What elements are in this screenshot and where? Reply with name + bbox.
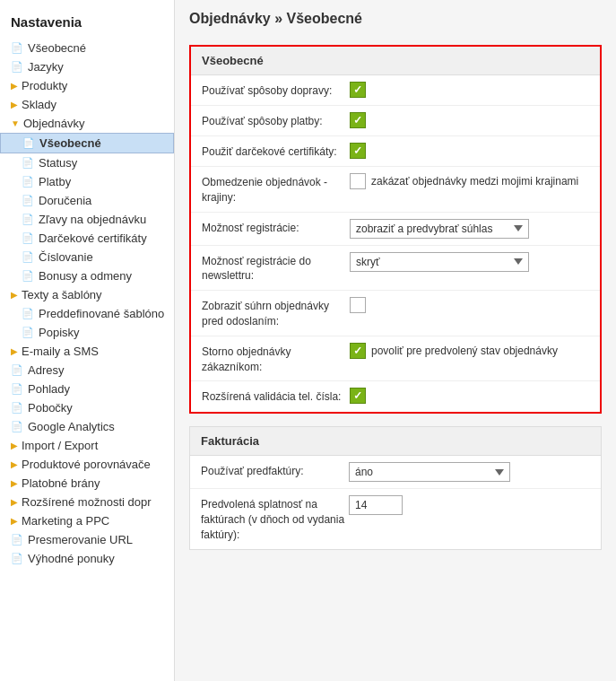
form-label-moznost-registracie-newsletter: Možnosť registrácie do newslettru: (202, 252, 350, 284)
folder-icon: ▶ (11, 516, 18, 526)
sidebar-item-sklady[interactable]: ▶Sklady (0, 95, 174, 114)
sidebar-item-vseobecne-sub[interactable]: 📄Všeobecné (0, 133, 174, 153)
sidebar-item-emaily[interactable]: ▶E-maily a SMS (0, 342, 174, 361)
checkbox-sposoby-platby[interactable] (350, 112, 366, 128)
sidebar-item-popisky[interactable]: 📄Popisky (0, 323, 174, 342)
form-row-zobrazit-suhrn: Zobraziť súhrn objednávky pred odoslaním… (191, 291, 600, 336)
folder-icon: ▶ (11, 478, 18, 488)
vseobecne-section-title: Všeobecné (191, 47, 600, 75)
form-control-rozsirena-validacia (350, 388, 589, 404)
sidebar-item-label-emaily: E-maily a SMS (22, 345, 99, 358)
sidebar-item-platobne[interactable]: ▶Platobné brány (0, 474, 174, 493)
sidebar-item-label-sklady: Sklady (22, 98, 56, 111)
file-icon: 📄 (22, 157, 34, 169)
sidebar-item-statusy[interactable]: 📄Statusy (0, 153, 174, 172)
form-control-moznost-registracie: zobraziť a predvybrať súhlas (350, 219, 589, 239)
sidebar-item-produktove[interactable]: ▶Produktové porovnávače (0, 455, 174, 474)
sidebar-item-jazyky[interactable]: 📄Jazyky (0, 57, 174, 76)
sidebar-item-platby[interactable]: 📄Platby (0, 172, 174, 191)
sidebar-item-darkekove[interactable]: 📄Darčekové certifikáty (0, 229, 174, 248)
file-icon: 📄 (22, 214, 34, 225)
file-icon: 📄 (22, 327, 34, 338)
form-control-storno-objednavky: povoliť pre predvolený stav objednávky (350, 343, 589, 359)
form-label-darkekove-certifikaty: Použiť darčekové certifikáty: (202, 143, 350, 160)
sidebar-item-label-texty: Texty a šablóny (22, 288, 102, 301)
form-label-predvolena-splatnost: Predvolená splatnosť na faktúrach (v dňo… (201, 495, 349, 542)
sidebar-item-pobocky[interactable]: 📄Pobočky (0, 398, 174, 417)
sidebar-item-label-cislovanie: Číslovanie (39, 250, 93, 264)
file-icon: 📄 (22, 232, 34, 244)
form-control-zobrazit-suhrn (350, 297, 589, 313)
file-icon: 📄 (11, 402, 23, 414)
sidebar-item-pohlady[interactable]: 📄Pohlady (0, 380, 174, 398)
sidebar-item-marketing[interactable]: ▶Marketing a PPC (0, 511, 174, 530)
sidebar-item-bonusy[interactable]: 📄Bonusy a odmeny (0, 266, 174, 285)
sidebar-item-label-preddefinovane: Preddefinované šablóno (39, 307, 164, 320)
file-icon: 📄 (22, 270, 34, 282)
select-predaktury[interactable]: áno (349, 462, 510, 482)
sidebar-item-label-dorucenia: Doručenia (39, 194, 91, 207)
checkbox-rozsirena-validacia[interactable] (350, 388, 366, 404)
sidebar-item-objednavky[interactable]: ▼Objednávky (0, 114, 174, 133)
checkbox-obmedzenie-krajiny[interactable] (350, 173, 366, 189)
sidebar-item-google-analytics[interactable]: 📄Google Analytics (0, 417, 174, 436)
form-control-moznost-registracie-newsletter: skryť (350, 252, 589, 272)
sidebar-item-label-adresy: Adresy (28, 363, 64, 377)
file-icon: 📄 (22, 308, 34, 319)
sidebar-item-label-jazyky: Jazyky (28, 60, 64, 74)
sidebar-item-texty[interactable]: ▶Texty a šablóny (0, 285, 174, 304)
form-label-zobrazit-suhrn: Zobraziť súhrn objednávky pred odoslaním… (202, 297, 350, 329)
input-predvolena-splatnost[interactable] (349, 495, 403, 515)
sidebar-item-preddefinovane[interactable]: 📄Preddefinované šablóno (0, 304, 174, 323)
sidebar-item-import-export[interactable]: ▶Import / Export (0, 436, 174, 455)
form-control-predvolena-splatnost (349, 495, 590, 515)
sidebar-item-label-produkty: Produkty (22, 79, 67, 92)
form-row-obmedzenie-krajiny: Obmedzenie objednávok - krajiny:zakázať … (191, 167, 600, 213)
file-icon: 📄 (11, 534, 23, 546)
sidebar-item-label-marketing: Marketing a PPC (22, 514, 109, 528)
vseobecne-section: Všeobecné Používať spôsoby dopravy:Použí… (189, 45, 602, 414)
form-row-moznost-registracie-newsletter: Možnosť registrácie do newslettru:skryť (191, 246, 600, 292)
sidebar-item-cislovanie[interactable]: 📄Číslovanie (0, 248, 174, 266)
form-control-sposoby-dopravy (350, 82, 589, 98)
sidebar-title: Nastavenia (0, 7, 174, 39)
sidebar-item-label-vseobecne-sub: Všeobecné (39, 136, 101, 150)
sidebar-item-label-darkekove: Darčekové certifikáty (39, 231, 147, 245)
sidebar-item-produkty[interactable]: ▶Produkty (0, 76, 174, 95)
sidebar-item-presmerovanie[interactable]: 📄Presmerovanie URL (0, 530, 174, 549)
sidebar-item-label-popisky: Popisky (39, 326, 80, 339)
file-icon: 📄 (11, 421, 23, 432)
sidebar-item-zlavy[interactable]: 📄Zľavy na objednávku (0, 210, 174, 229)
sidebar-item-rozsirene[interactable]: ▶Rozšírené možnosti dopr (0, 493, 174, 511)
form-label-sposoby-platby: Používať spôsoby platby: (202, 112, 350, 129)
fakturacia-section: Fakturácia Používať predfaktúry:ánoPredv… (189, 426, 602, 549)
form-row-predaktury: Používať predfaktúry:áno (190, 456, 601, 489)
sidebar-item-label-statusy: Statusy (39, 156, 77, 170)
sidebar-item-label-platobne: Platobné brány (22, 476, 100, 490)
sidebar-item-vyhodne[interactable]: 📄Výhodné ponuky (0, 549, 174, 568)
folder-icon: ▶ (11, 459, 18, 469)
sidebar-item-label-platby: Platby (39, 175, 71, 188)
select-moznost-registracie[interactable]: zobraziť a predvybrať súhlas (350, 219, 529, 239)
checkbox-sposoby-dopravy[interactable] (350, 82, 366, 98)
sidebar-item-dorucenia[interactable]: 📄Doručenia (0, 191, 174, 210)
folder-icon: ▶ (11, 497, 18, 507)
checkbox-darkekove-certifikaty[interactable] (350, 143, 366, 159)
form-label-predaktury: Používať predfaktúry: (201, 462, 349, 479)
sidebar-item-label-pohlady: Pohlady (28, 382, 70, 396)
sidebar-item-label-presmerovanie: Presmerovanie URL (28, 533, 133, 546)
file-icon: 📄 (22, 251, 34, 263)
checkbox-zobrazit-suhrn[interactable] (350, 297, 366, 313)
sidebar-item-label-bonusy: Bonusy a odmeny (39, 269, 132, 283)
sidebar-item-adresy[interactable]: 📄Adresy (0, 361, 174, 380)
select-moznost-registracie-newsletter[interactable]: skryť (350, 252, 529, 272)
sidebar-item-label-import-export: Import / Export (22, 439, 98, 452)
form-control-sposoby-platby (350, 112, 589, 128)
file-icon: 📄 (11, 42, 23, 54)
checkbox-storno-objednavky[interactable] (350, 343, 366, 359)
form-label-sposoby-dopravy: Používať spôsoby dopravy: (202, 82, 350, 99)
file-icon: 📄 (11, 61, 23, 73)
folder-icon: ▶ (11, 441, 18, 450)
sidebar-item-vseobecne-top[interactable]: 📄Všeobecné (0, 39, 174, 57)
form-label-moznost-registracie: Možnosť registrácie: (202, 219, 350, 236)
